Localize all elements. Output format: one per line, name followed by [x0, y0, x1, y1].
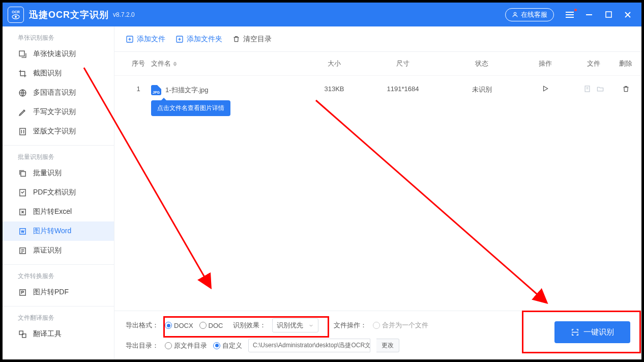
col-filename[interactable]: 文件名 [151, 59, 304, 68]
table-row: 1 JPG 1-扫描文字.jpg 点击文件名查看图片详情 313KB 1191*… [114, 76, 641, 116]
export-dir-label: 导出目录： [126, 341, 159, 350]
row-index: 1 [126, 85, 151, 93]
row-status: 未识别 [441, 85, 522, 94]
svg-rect-12 [19, 128, 25, 135]
sidebar-item-screenshot[interactable]: 截图识别 [3, 64, 114, 83]
effect-label: 识别效果： [233, 321, 266, 330]
sidebar-item-batch[interactable]: 批量识别 [3, 163, 114, 183]
sidebar-item-label: 票证识别 [33, 246, 62, 255]
add-folder-label: 添加文件夹 [187, 35, 222, 44]
col-delete: 删除 [619, 59, 641, 68]
vertical-icon [18, 127, 27, 136]
sidebar-group-batch: 批量识别服务 [3, 146, 114, 163]
chevron-down-icon [308, 323, 314, 328]
file-name[interactable]: 1-扫描文字.jpg [165, 86, 209, 95]
sidebar: 单张识别服务 单张快速识别 截图识别 多国语言识别 手写文字识别 竖版文字识别 … [3, 26, 114, 359]
globe-icon [18, 88, 27, 97]
sidebar-item-label: 多国语言识别 [33, 88, 76, 97]
sidebar-item-label: 批量识别 [33, 169, 62, 178]
sidebar-item-label: 单张快速识别 [33, 49, 76, 59]
sidebar-item-label: 手写文字识别 [33, 107, 76, 117]
sidebar-item-img2pdf[interactable]: 图片转PDF [3, 283, 114, 302]
sidebar-item-handwriting[interactable]: 手写文字识别 [3, 102, 114, 122]
ticket-icon [18, 246, 27, 255]
sidebar-item-pdf[interactable]: PDF文档识别 [3, 183, 114, 202]
sidebar-group-translate: 文件翻译服务 [3, 307, 114, 324]
radio-origdir[interactable]: 原文件目录 [165, 341, 207, 350]
delete-row-button[interactable] [622, 87, 630, 94]
recognize-button[interactable]: 一键识别 [554, 321, 630, 343]
pdf-icon [18, 188, 27, 197]
toolbar: 添加文件 添加文件夹 清空目录 [114, 26, 641, 52]
effect-select[interactable]: 识别优先 [272, 318, 318, 332]
logo-text: OCR [12, 10, 20, 14]
radio-docx[interactable]: DOCX [165, 322, 193, 329]
sidebar-group-single: 单张识别服务 [3, 26, 114, 44]
open-doc-icon[interactable] [583, 85, 591, 94]
col-status: 状态 [441, 59, 522, 68]
radio-merge[interactable]: 合并为一个文件 [373, 321, 428, 330]
sidebar-item-label: 图片转Word [33, 227, 71, 236]
word-icon [18, 227, 27, 236]
table-header: 序号 文件名 大小 尺寸 状态 操作 文件 删除 [114, 52, 641, 76]
col-size: 大小 [304, 59, 365, 68]
sidebar-item-vertical[interactable]: 竖版文字识别 [3, 122, 114, 141]
sidebar-item-label: 翻译工具 [33, 329, 62, 339]
filename-tooltip: 点击文件名查看图片详情 [151, 100, 230, 116]
crop-icon [18, 69, 27, 78]
change-path-button[interactable]: 更改 [376, 339, 399, 352]
play-button[interactable] [542, 86, 549, 94]
sidebar-item-word[interactable]: 图片转Word [3, 221, 114, 241]
output-path-field[interactable]: C:\Users\Administrator\desktop\迅捷OCR文 [248, 339, 370, 352]
batch-icon [18, 169, 27, 178]
sidebar-item-excel[interactable]: 图片转Excel [3, 202, 114, 221]
app-title: 迅捷OCR文字识别 [29, 9, 109, 21]
minimize-button[interactable] [584, 10, 594, 19]
sort-icon [173, 60, 177, 68]
p-icon [18, 288, 27, 297]
sidebar-item-label: 竖版文字识别 [33, 127, 76, 136]
svg-point-2 [514, 12, 516, 14]
row-dimensions: 1191*1684 [365, 85, 441, 93]
sidebar-item-label: 截图识别 [33, 69, 62, 78]
radio-custom[interactable]: 自定义 [213, 341, 242, 350]
sidebar-item-label: 图片转PDF [33, 288, 69, 297]
menu-button[interactable] [565, 10, 574, 19]
col-dimensions: 尺寸 [365, 59, 441, 68]
row-size: 313KB [304, 85, 365, 93]
maximize-button[interactable] [604, 10, 613, 19]
scan-icon [571, 328, 579, 337]
online-support-button[interactable]: 在线客服 [505, 8, 554, 21]
support-label: 在线客服 [521, 10, 547, 19]
pen-icon [18, 107, 27, 117]
add-file-button[interactable]: 添加文件 [126, 35, 165, 44]
sidebar-item-multilang[interactable]: 多国语言识别 [3, 83, 114, 102]
add-folder-button[interactable]: 添加文件夹 [175, 35, 222, 44]
svg-marker-32 [544, 86, 548, 91]
clear-list-button[interactable]: 清空目录 [232, 35, 272, 44]
svg-rect-7 [606, 12, 611, 17]
radio-doc[interactable]: DOC [199, 322, 223, 329]
add-file-label: 添加文件 [137, 35, 165, 44]
single-icon [18, 49, 27, 59]
svg-point-1 [15, 16, 17, 18]
sidebar-group-convert: 文件转换服务 [3, 265, 114, 283]
sidebar-item-single-quick[interactable]: 单张快速识别 [3, 44, 114, 64]
col-file: 文件 [568, 59, 619, 68]
open-folder-icon[interactable] [596, 85, 604, 94]
app-version: v8.7.2.0 [113, 11, 135, 18]
titlebar: OCR 迅捷OCR文字识别 v8.7.2.0 在线客服 [3, 3, 641, 26]
translate-icon [18, 329, 27, 339]
clear-label: 清空目录 [243, 35, 272, 44]
sidebar-item-translate[interactable]: 翻译工具 [3, 324, 114, 344]
close-button[interactable] [623, 10, 632, 19]
svg-rect-10 [19, 51, 24, 56]
notification-dot [574, 9, 577, 11]
col-index: 序号 [126, 59, 151, 68]
main-panel: 添加文件 添加文件夹 清空目录 序号 文件名 大小 尺寸 状态 操作 [114, 26, 641, 359]
app-logo: OCR [8, 7, 24, 23]
svg-rect-15 [20, 171, 25, 176]
sidebar-item-label: PDF文档识别 [33, 188, 76, 197]
export-format-label: 导出格式： [126, 321, 159, 330]
sidebar-item-ticket[interactable]: 票证识别 [3, 241, 114, 260]
